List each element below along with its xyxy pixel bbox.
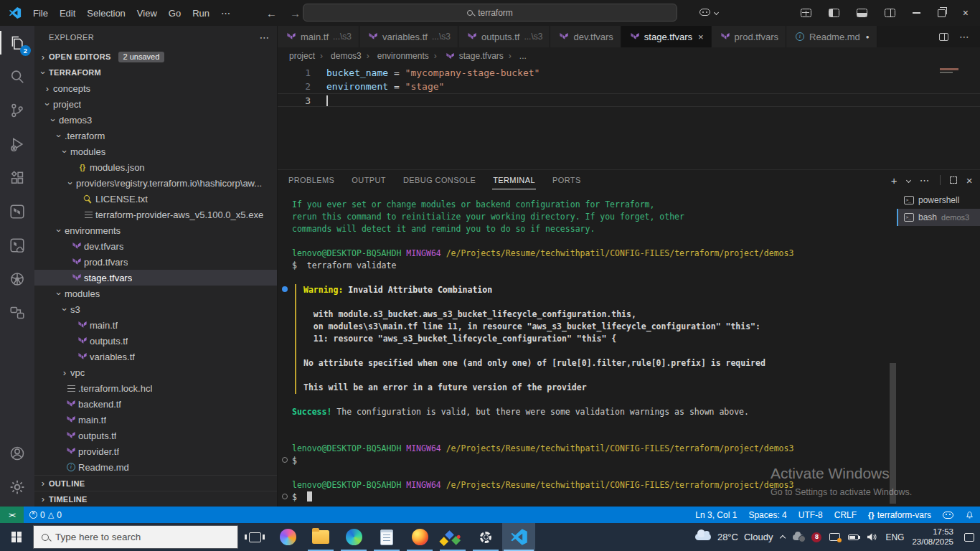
tree-item[interactable]: .terraform.lock.hcl (34, 380, 277, 396)
panel-tab[interactable]: DEBUG CONSOLE (402, 171, 476, 189)
customize-layout-icon[interactable] (801, 9, 811, 17)
power-tray-icon[interactable] (848, 534, 859, 540)
command-decoration-icon[interactable] (282, 457, 288, 463)
close-button[interactable]: × (963, 7, 969, 19)
activity-bar-item-files[interactable]: 2 (0, 26, 34, 60)
toggle-panel-icon[interactable] (857, 9, 867, 17)
breadcrumb-item[interactable]: demos3 (315, 51, 362, 61)
language-indicator[interactable]: ENG (885, 532, 904, 542)
status-item[interactable]: Spaces: 4 (743, 507, 792, 523)
tree-item[interactable]: dev.tfvars (34, 238, 277, 254)
tree-item[interactable]: demos3 (34, 112, 277, 128)
tree-item[interactable]: s3 (34, 301, 277, 317)
timeline-section[interactable]: TIMELINE (34, 491, 277, 507)
taskbar-app-notepad[interactable] (370, 523, 403, 551)
tree-item[interactable]: concepts (34, 80, 277, 96)
taskbar-app-explorer[interactable] (304, 523, 337, 551)
command-decoration-icon[interactable] (282, 286, 288, 292)
outline-section[interactable]: OUTLINE (34, 475, 277, 491)
tree-item[interactable]: backend.tf (34, 396, 277, 412)
toggle-sidebar-icon[interactable] (829, 9, 839, 17)
tree-item[interactable]: modules (34, 286, 277, 301)
tree-item[interactable]: {} modules.json (34, 159, 277, 175)
restore-button[interactable] (938, 9, 946, 17)
minimap[interactable] (934, 67, 970, 73)
new-terminal-icon[interactable]: + (891, 174, 897, 187)
split-editor-icon[interactable] (939, 33, 948, 41)
copilot-menu[interactable] (699, 9, 718, 16)
close-panel-icon[interactable]: × (966, 174, 973, 187)
status-item[interactable]: terraform-vars (862, 507, 937, 523)
taskbar-app-taskview[interactable] (238, 523, 271, 551)
onedrive-tray-icon[interactable] (793, 534, 804, 540)
notifications-bell[interactable] (959, 507, 980, 523)
activity-bar-item-tfcloud[interactable] (0, 228, 34, 262)
maximize-panel-icon[interactable] (950, 176, 957, 184)
close-tab-icon[interactable] (698, 32, 704, 42)
activity-bar-item-extensions[interactable] (0, 161, 34, 194)
tree-item[interactable]: prod.tfvars (34, 254, 277, 270)
tree-item[interactable]: main.tf (34, 317, 277, 333)
terminal-profile-chevron-icon[interactable] (906, 177, 911, 182)
tree-item[interactable]: project (34, 96, 277, 112)
menu-item[interactable]: Edit (54, 5, 81, 22)
hidden-icons-chevron-icon[interactable] (780, 535, 786, 541)
terminal-list-item[interactable]: bash demos3 (897, 209, 980, 226)
code-line[interactable]: 3 (278, 93, 980, 107)
editor-tab[interactable]: outputs.tf ...\s3 (458, 26, 551, 47)
taskbar-search-input[interactable]: Type here to search (33, 525, 238, 549)
tree-item[interactable]: providers\registry.terraform.io\hashicor… (34, 175, 277, 191)
editor-tab[interactable]: stage.tfvars (621, 26, 712, 47)
menu-item[interactable]: Selection (81, 5, 131, 22)
tree-item[interactable]: environments (34, 222, 277, 238)
panel-tab[interactable]: OUTPUT (351, 171, 387, 189)
menu-item[interactable]: View (131, 5, 163, 22)
minimize-button[interactable] (913, 12, 920, 13)
menu-item[interactable]: Go (163, 5, 187, 22)
activity-bar-item-scm[interactable] (0, 93, 34, 127)
notification-center-icon[interactable] (964, 533, 974, 542)
terminal-scrollbar[interactable] (890, 363, 896, 504)
tree-item[interactable]: provider.tf (34, 443, 277, 459)
tree-item[interactable]: outputs.tf (34, 333, 277, 349)
terminal-list-item[interactable]: powershell (897, 192, 980, 209)
editor-tab[interactable]: main.tf ...\s3 (278, 26, 359, 47)
activity-bar-item-settings[interactable] (0, 470, 34, 504)
tree-item[interactable]: modules (34, 143, 277, 159)
tree-item[interactable]: Readme.md (34, 459, 277, 475)
tree-item[interactable]: vpc (34, 364, 277, 380)
tree-item[interactable]: .terraform (34, 128, 277, 143)
weather-widget[interactable]: 28°C Cloudy (695, 532, 773, 542)
code-line[interactable]: 1bucket_name = "mycompany-stage-bucket" (278, 66, 980, 80)
code-line[interactable]: 2environment = "stage" (278, 80, 980, 93)
taskbar-app-edge[interactable] (337, 523, 370, 551)
taskbar-app-copilot[interactable] (271, 523, 304, 551)
editor-tab[interactable]: Readme.md (786, 26, 877, 47)
forward-arrow-icon[interactable]: → (290, 7, 301, 19)
tree-item[interactable]: stage.tfvars (34, 270, 277, 286)
activity-bar-item-kubernetes[interactable] (0, 262, 34, 296)
search-input[interactable]: terraform (303, 4, 677, 22)
status-item[interactable]: CRLF (829, 507, 862, 523)
taskbar-app-firefox[interactable] (403, 523, 436, 551)
display-tray-icon[interactable] (829, 533, 840, 541)
activity-bar-item-search[interactable] (0, 60, 34, 93)
panel-tab[interactable]: PORTS (552, 171, 582, 189)
activity-bar-item-debug[interactable] (0, 127, 34, 161)
editor-code[interactable]: 1bucket_name = "mycompany-stage-bucket"2… (278, 65, 980, 169)
panel-tab[interactable]: TERMINAL (492, 171, 536, 189)
activity-bar-item-terraform[interactable] (0, 194, 34, 228)
explorer-more-actions-icon[interactable]: ⋯ (260, 32, 270, 43)
workspace-root[interactable]: TERRAFORM (34, 65, 277, 80)
editor-tab[interactable]: prod.tfvars (712, 26, 786, 47)
toggle-secondary-sidebar-icon[interactable] (885, 9, 895, 17)
tree-item[interactable]: terraform-provider-aws_v5.100.0_x5.exe (34, 207, 277, 222)
back-arrow-icon[interactable]: ← (266, 7, 277, 19)
breadcrumb-item[interactable]: ... (504, 51, 527, 61)
tree-item[interactable]: main.tf (34, 412, 277, 428)
terminal-output[interactable]: If you ever set or change modules or bac… (278, 190, 897, 507)
start-button[interactable] (0, 523, 33, 551)
problems-status[interactable]: 0 0 (24, 507, 67, 523)
tree-item[interactable]: LICENSE.txt (34, 191, 277, 207)
editor-tab[interactable]: variables.tf ...\s3 (359, 26, 458, 47)
